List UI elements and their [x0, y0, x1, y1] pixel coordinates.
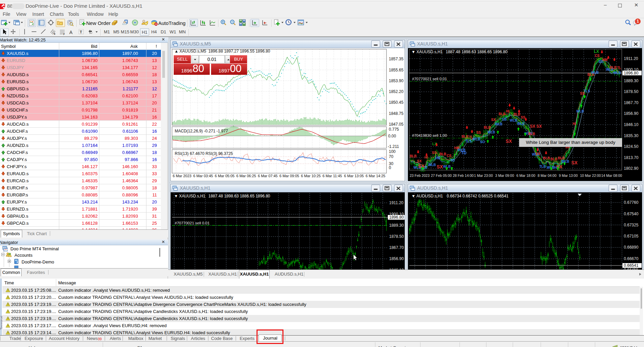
- svg-text:F: F: [63, 33, 65, 35]
- svg-text:E: E: [54, 33, 56, 35]
- svg-text:TLS: TLS: [465, 139, 472, 143]
- svg-text:1889.30: 1889.30: [624, 78, 639, 83]
- svg-text:1867.70: 1867.70: [389, 245, 404, 250]
- svg-text:6 Mar 09:05: 6 Mar 09:05: [279, 174, 299, 178]
- svg-text:6 Mar 05:05: 6 Mar 05:05: [215, 174, 235, 178]
- svg-text:SX: SX: [556, 164, 563, 169]
- svg-text:1813.70: 1813.70: [624, 155, 639, 160]
- svg-text:BLB: BLB: [462, 135, 469, 138]
- svg-text:14 Mar 08:00: 14 Mar 08:00: [601, 174, 622, 178]
- svg-text:0.66890: 0.66890: [624, 245, 639, 250]
- svg-text:RSI(13) 67.4670 RSI(3) 96.372: RSI(13) 67.4670 RSI(3) 96.3725: [175, 151, 233, 156]
- svg-text:TD: TD: [450, 159, 455, 162]
- svg-text:0.775: 0.775: [389, 127, 399, 132]
- svg-text:WLB: WLB: [576, 109, 584, 113]
- svg-text:1846.10: 1846.10: [624, 122, 639, 127]
- svg-text:SO: SO: [480, 140, 485, 144]
- svg-text:1911.20: 1911.20: [624, 56, 638, 61]
- svg-text:0.66670: 0.66670: [624, 256, 639, 261]
- svg-text:TL: TL: [617, 66, 621, 70]
- svg-text:0.67325: 0.67325: [624, 223, 639, 227]
- svg-text:0.00: 0.00: [388, 134, 396, 138]
- svg-text:1850.45: 1850.45: [389, 100, 404, 105]
- svg-text:1848.75: 1848.75: [389, 111, 404, 116]
- svg-text:3 Mar 09:00: 3 Mar 09:00: [495, 174, 514, 178]
- svg-text:HM: HM: [602, 58, 608, 62]
- svg-text:BLB: BLB: [484, 126, 491, 129]
- svg-text:1857.35: 1857.35: [389, 57, 404, 61]
- svg-text:27 Feb 05:00: 27 Feb 05:00: [431, 174, 452, 178]
- svg-text:70: 70: [389, 154, 394, 159]
- svg-text:MACD(12,26,9) -0.271 -1.977: MACD(12,26,9) -0.271 -1.977: [175, 129, 228, 133]
- svg-text:1896.80: 1896.80: [389, 215, 404, 220]
- svg-text:-1.211: -1.211: [388, 144, 399, 149]
- svg-text:▲: ▲: [174, 49, 178, 54]
- svg-text:SS: SS: [432, 151, 437, 155]
- svg-text:1878.50: 1878.50: [389, 234, 404, 239]
- svg-text:0.66734 0.66742 0.66525 0.6654: 0.66734 0.66742 0.66525 0.66541: [447, 194, 509, 198]
- svg-text:HR: HR: [436, 156, 441, 160]
- svg-text:SX: SX: [536, 152, 540, 156]
- svg-text:6 Mar 06:25: 6 Mar 06:25: [236, 174, 256, 178]
- svg-text:6 Mar 18:00: 6 Mar 18:00: [516, 174, 535, 178]
- svg-text:BLB: BLB: [439, 152, 446, 156]
- svg-text:1887.48 1898.63 1886.65 1896.8: 1887.48 1898.63 1886.65 1896.80: [208, 194, 270, 198]
- svg-text:WLB: WLB: [517, 122, 525, 126]
- svg-text:▼: ▼: [411, 194, 415, 198]
- svg-text:LX: LX: [594, 49, 599, 54]
- svg-text:#70770021 sell 0.01: #70770021 sell 0.01: [412, 77, 447, 81]
- svg-text:▼: ▼: [411, 50, 415, 54]
- svg-text:1867.70: 1867.70: [624, 100, 639, 105]
- svg-text:0.66541: 0.66541: [624, 263, 639, 268]
- svg-text:WLB: WLB: [591, 71, 599, 74]
- svg-text:1856.90: 1856.90: [389, 256, 404, 261]
- svg-text:SX: SX: [506, 138, 512, 144]
- svg-text:1802.90: 1802.90: [624, 166, 639, 171]
- svg-text:SS: SS: [476, 131, 481, 134]
- svg-text:#70419830 sell 1.00: #70419830 sell 1.00: [412, 133, 447, 137]
- svg-text:6 Mar 14:25: 6 Mar 14:25: [366, 174, 385, 178]
- svg-text:6 Mar 03:45: 6 Mar 03:45: [193, 174, 213, 178]
- svg-text:0.67105: 0.67105: [624, 234, 639, 239]
- svg-text:LB: LB: [502, 118, 507, 121]
- svg-text:23 Feb 2023: 23 Feb 2023: [410, 174, 430, 178]
- svg-text:SX: SX: [571, 160, 578, 165]
- svg-text:CS: CS: [447, 154, 451, 158]
- svg-text:BLB: BLB: [513, 113, 520, 116]
- svg-text:TD: TD: [461, 151, 467, 155]
- svg-text:BLB: BLB: [499, 112, 506, 116]
- svg-text:XAUUSD.s,M5: XAUUSD.s,M5: [179, 49, 206, 54]
- svg-text:BLB: BLB: [528, 132, 535, 136]
- svg-text:XAUUSD.s,H1: XAUUSD.s,H1: [179, 194, 205, 198]
- svg-text:WLB: WLB: [510, 119, 517, 122]
- svg-text:WLB: WLB: [487, 130, 495, 134]
- svg-text:HI: HI: [506, 109, 509, 113]
- svg-text:▼: ▼: [174, 194, 178, 198]
- svg-text:1853.90: 1853.90: [389, 78, 404, 83]
- svg-text:1855.65: 1855.65: [389, 68, 404, 72]
- svg-text:0.67540: 0.67540: [624, 212, 639, 216]
- svg-text:6 Mar 11:45: 6 Mar 11:45: [323, 174, 342, 178]
- svg-text:6 Mar 2023: 6 Mar 2023: [173, 174, 192, 178]
- svg-text:1896.88 1897.27 1896.55 1896.8: 1896.88 1897.27 1896.55 1896.80: [208, 49, 270, 54]
- svg-text:1856.90: 1856.90: [624, 111, 639, 116]
- svg-text:SS: SS: [521, 116, 526, 119]
- svg-text:T: T: [80, 30, 82, 34]
- svg-text:8 Mar 04:00: 8 Mar 04:00: [538, 174, 556, 178]
- svg-text:1887.48 1898.63 1886.65 1896.8: 1887.48 1898.63 1886.65 1896.80: [446, 50, 508, 54]
- svg-text:100: 100: [389, 149, 396, 154]
- svg-text:1911.20: 1911.20: [389, 200, 404, 205]
- svg-text:SX: SX: [418, 163, 425, 169]
- svg-text:AUDUSD.s,H1: AUDUSD.s,H1: [416, 194, 443, 198]
- svg-text:1847.05: 1847.05: [389, 122, 404, 127]
- svg-text:1889.30: 1889.30: [389, 223, 404, 228]
- svg-text:1835.30: 1835.30: [624, 133, 639, 138]
- svg-text:0.67760: 0.67760: [624, 200, 639, 205]
- svg-text:BLB: BLB: [410, 154, 417, 158]
- svg-text:TLB: TLB: [539, 165, 546, 168]
- svg-text:6 Mar 07:45: 6 Mar 07:45: [258, 174, 278, 178]
- svg-text:BLB: BLB: [543, 156, 550, 160]
- svg-text:TLS: TLS: [584, 89, 590, 93]
- svg-text:CS: CS: [595, 54, 600, 58]
- svg-text:1824.50: 1824.50: [624, 144, 639, 149]
